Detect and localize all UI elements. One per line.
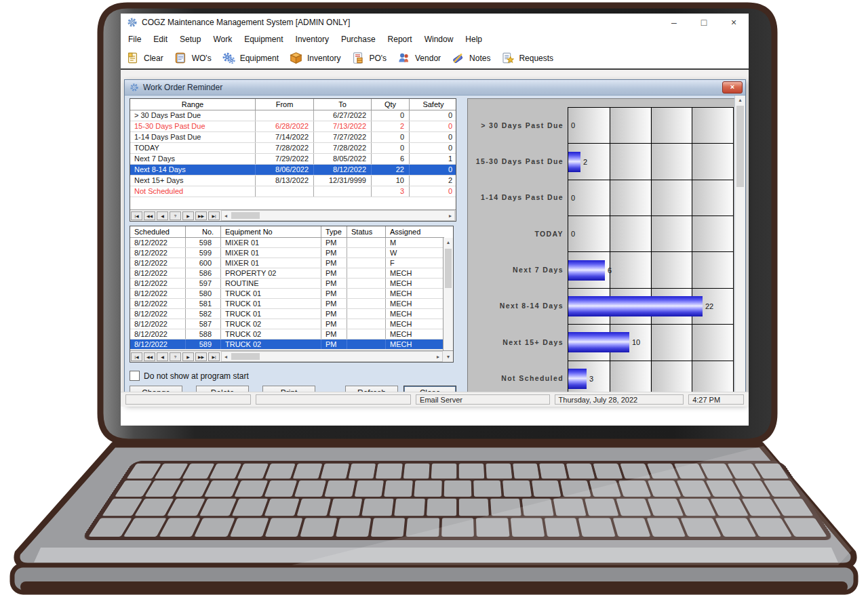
table-row[interactable]: Next 8-14 Days8/06/20228/12/2022220 [130, 165, 456, 176]
toolbar-button-clear[interactable]: Clear [126, 52, 163, 64]
scroll-up-arrow-icon[interactable]: ▴ [735, 96, 745, 104]
scroll-up-arrow-icon[interactable]: ▴ [443, 238, 453, 247]
table-vertical-scrollbar[interactable]: ▴ [443, 238, 453, 351]
cell-no: 586 [186, 268, 221, 278]
scroll-down-arrow-icon[interactable]: ▾ [443, 354, 453, 360]
maximize-button[interactable]: □ [689, 17, 719, 28]
dialog-titlebar[interactable]: Work Order Reminder × [125, 80, 745, 96]
table-row[interactable]: 8/12/2022599MIXER 01PMW [130, 248, 444, 258]
chart-bar [568, 296, 703, 316]
table-row[interactable]: 15-30 Days Past Due6/28/20227/13/202220 [130, 121, 456, 132]
nav-button[interactable]: ▶▶ [195, 211, 207, 220]
table-row[interactable]: Not Scheduled30 [130, 186, 456, 197]
status-segment: Thursday, July 28, 2022 [555, 394, 684, 405]
nav-button[interactable]: ? [170, 352, 181, 361]
dialog-close-button[interactable]: × [722, 81, 743, 94]
menu-item-work[interactable]: Work [207, 33, 238, 46]
horizontal-scrollbar[interactable]: ◂▸ [221, 351, 443, 362]
keyboard-row [113, 480, 802, 497]
close-button[interactable]: × [719, 17, 749, 28]
cell-no: 587 [186, 319, 221, 329]
menu-item-report[interactable]: Report [382, 33, 418, 46]
cell-assigned: MECH [386, 289, 444, 298]
cell-to: 12/31/9999 [314, 176, 372, 186]
keyboard-row [87, 518, 828, 537]
nav-button[interactable]: ▶ [182, 211, 194, 220]
nav-button[interactable]: ◀◀ [144, 352, 155, 361]
scroll-left-arrow-icon[interactable]: ◂ [222, 354, 230, 360]
menu-item-file[interactable]: File [122, 33, 147, 46]
nav-button[interactable]: ◀ [157, 211, 168, 220]
cell-type: PM [321, 279, 347, 288]
nav-button[interactable]: ▶▶ [195, 352, 207, 361]
scrollbar-thumb[interactable] [231, 353, 260, 360]
menu-item-purchase[interactable]: Purchase [335, 33, 382, 46]
toolbar-button-wos[interactable]: WO's [174, 52, 212, 64]
toolbar-button-equipment[interactable]: Equipment [222, 52, 279, 64]
cell-scheduled: 8/12/2022 [130, 319, 186, 329]
table-row[interactable]: 8/12/2022600MIXER 01PMF [130, 258, 444, 268]
scroll-right-arrow-icon[interactable]: ▸ [446, 213, 454, 219]
laptop-key [406, 518, 439, 537]
table-row[interactable]: 8/12/2022588TRUCK 02PMMECH [130, 329, 444, 340]
menu-item-equipment[interactable]: Equipment [238, 33, 289, 46]
nav-button[interactable]: ◀ [157, 352, 168, 361]
status-segment: 4:27 PM [688, 394, 744, 405]
nav-button[interactable]: ▶| [208, 352, 220, 361]
do-not-show-checkbox[interactable] [130, 371, 140, 381]
cell-equipment: TRUCK 02 [221, 340, 321, 349]
toolbar-button-inventory[interactable]: Inventory [290, 52, 340, 64]
chart-bar [568, 260, 605, 281]
minimize-button[interactable]: – [659, 17, 689, 28]
cell-assigned: MECH [386, 299, 444, 308]
nav-button[interactable]: ◀◀ [144, 211, 155, 220]
table-row[interactable]: 1-14 Days Past Due7/14/20227/27/202200 [130, 132, 456, 143]
cell-qty: 3 [372, 186, 410, 197]
laptop-key [648, 499, 684, 516]
nav-button[interactable]: ▶ [182, 352, 194, 361]
menu-item-help[interactable]: Help [459, 33, 488, 46]
keyboard-row [125, 464, 790, 478]
menu-item-window[interactable]: Window [418, 33, 460, 46]
scroll-left-arrow-icon[interactable]: ◂ [222, 213, 230, 219]
scroll-right-arrow-icon[interactable]: ▸ [434, 354, 442, 360]
toolbar-button-vendor[interactable]: Vendor [397, 52, 441, 64]
table-row[interactable]: 8/12/2022581TRUCK 01PMMECH [130, 299, 444, 309]
range-summary-table: RangeFromToQtySafety> 30 Days Past Due6/… [130, 98, 456, 222]
scrollbar-thumb[interactable] [445, 249, 452, 288]
menu-item-setup[interactable]: Setup [174, 33, 207, 46]
cell-qty: 0 [372, 110, 410, 121]
nav-button[interactable]: |◀ [131, 352, 142, 361]
toolbar-label: WO's [192, 54, 212, 63]
scrollbar-thumb[interactable] [231, 212, 260, 219]
toolbar-button-pos[interactable]: PO's [351, 52, 387, 64]
table-row[interactable]: Next 7 Days7/29/20228/05/202261 [130, 154, 456, 165]
table-row[interactable]: TODAY7/28/20227/28/202200 [130, 143, 456, 154]
scrollbar-thumb[interactable] [736, 106, 744, 187]
toolbar-button-requests[interactable]: Requests [501, 52, 553, 64]
horizontal-scrollbar[interactable]: ◂▸ [221, 210, 455, 221]
table-row[interactable]: 8/12/2022582TRUCK 01PMMECH [130, 309, 444, 319]
table-row[interactable]: 8/12/2022597ROUTINEPMMECH [130, 279, 444, 289]
cell-type: PM [321, 309, 347, 319]
menu-item-edit[interactable]: Edit [147, 33, 174, 46]
table-row[interactable]: 8/12/2022587TRUCK 02PMMECH [130, 319, 444, 329]
cell-from: 7/14/2022 [256, 132, 314, 142]
chart-category-label: TODAY [468, 216, 564, 251]
nav-button[interactable]: |◀ [131, 211, 142, 220]
table-row[interactable]: 8/12/2022586PROPERTY 02PMMECH [130, 268, 444, 279]
table-row[interactable]: 8/12/2022580TRUCK 01PMMECH [130, 289, 444, 299]
dialog-vertical-scrollbar[interactable]: ▴ ▾ [734, 96, 745, 405]
cell-type: PM [321, 238, 347, 247]
cell-no: 600 [186, 258, 221, 268]
cell-scheduled: 8/12/2022 [130, 238, 186, 247]
menu-item-inventory[interactable]: Inventory [290, 33, 335, 46]
cell-status [347, 279, 386, 288]
nav-button[interactable]: ▶| [208, 211, 220, 220]
toolbar-button-notes[interactable]: Notes [452, 52, 490, 64]
nav-button[interactable]: ? [170, 211, 181, 220]
table-row[interactable]: 8/12/2022598MIXER 01PMM [130, 238, 444, 248]
table-row[interactable]: Next 15+ Days8/13/202212/31/9999102 [130, 176, 456, 186]
table-row[interactable]: > 30 Days Past Due6/27/202200 [130, 110, 456, 121]
table-row[interactable]: 8/12/2022589TRUCK 02PMMECH [130, 340, 444, 350]
